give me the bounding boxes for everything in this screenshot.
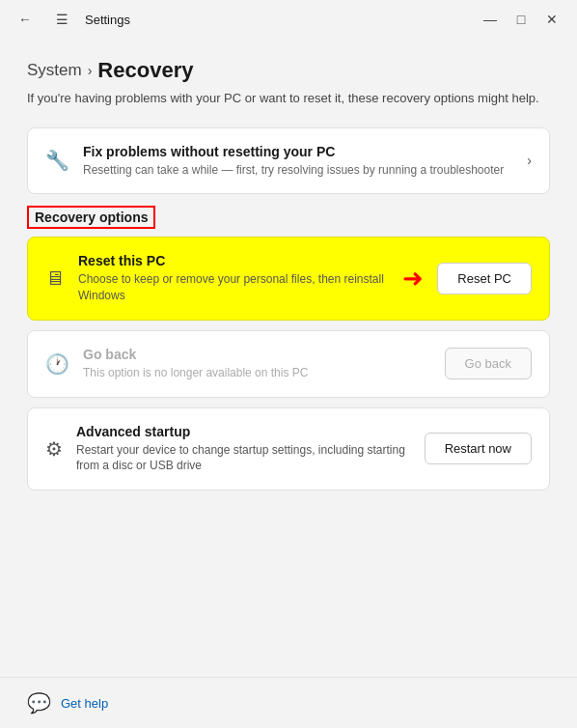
chevron-right-icon: › [527, 153, 532, 168]
breadcrumb-separator: › [88, 63, 93, 78]
main-content: System › Recovery If you're having probl… [0, 39, 577, 677]
advanced-startup-text: Advanced startup Restart your device to … [76, 424, 411, 475]
fix-card-desc: Resetting can take a while — first, try … [83, 162, 513, 179]
go-back-item: 🕐 Go back This option is no longer avail… [27, 330, 550, 398]
go-back-button[interactable]: Go back [445, 348, 532, 379]
breadcrumb-system: System [27, 61, 82, 80]
advanced-startup-title: Advanced startup [76, 424, 411, 439]
restart-now-button[interactable]: Restart now [425, 433, 532, 464]
title-bar: ← ☰ Settings — □ ✕ [0, 0, 577, 39]
advanced-startup-icon: ⚙ [45, 437, 63, 461]
page-description: If you're having problems with your PC o… [27, 89, 550, 108]
go-back-desc: This option is no longer available on th… [83, 365, 431, 381]
reset-pc-text: Reset this PC Choose to keep or remove y… [78, 253, 389, 304]
go-back-title: Go back [83, 347, 431, 362]
advanced-startup-desc: Restart your device to change startup se… [76, 442, 411, 475]
recovery-options-label: Recovery options [27, 206, 155, 229]
close-button[interactable]: ✕ [538, 6, 565, 33]
arrow-icon: ➜ [402, 264, 424, 294]
wrench-icon: 🔧 [45, 149, 69, 172]
history-icon: 🕐 [45, 352, 69, 376]
breadcrumb: System › Recovery [27, 58, 550, 83]
advanced-startup-item: ⚙ Advanced startup Restart your device t… [27, 407, 550, 491]
fix-card-title: Fix problems without resetting your PC [83, 144, 513, 159]
window-controls: — □ ✕ [477, 6, 565, 33]
maximize-button[interactable]: □ [508, 6, 535, 33]
go-back-text: Go back This option is no longer availab… [83, 347, 431, 381]
get-help-link[interactable]: Get help [61, 696, 108, 711]
app-title: Settings [85, 13, 130, 27]
reset-pc-button[interactable]: Reset PC [437, 263, 532, 294]
reset-pc-title: Reset this PC [78, 253, 389, 268]
title-bar-left: ← ☰ Settings [12, 6, 130, 33]
fix-problems-card[interactable]: 🔧 Fix problems without resetting your PC… [27, 127, 550, 195]
menu-button[interactable]: ☰ [48, 6, 75, 33]
reset-icon: 🖥 [45, 267, 65, 290]
minimize-button[interactable]: — [477, 6, 504, 33]
fix-card-text: Fix problems without resetting your PC R… [83, 144, 513, 179]
breadcrumb-current: Recovery [97, 58, 193, 83]
reset-pc-desc: Choose to keep or remove your personal f… [78, 271, 389, 304]
reset-pc-item: 🖥 Reset this PC Choose to keep or remove… [27, 237, 550, 321]
back-button[interactable]: ← [12, 6, 39, 33]
get-help-icon: 💬 [27, 691, 51, 714]
footer: 💬 Get help [0, 677, 577, 728]
